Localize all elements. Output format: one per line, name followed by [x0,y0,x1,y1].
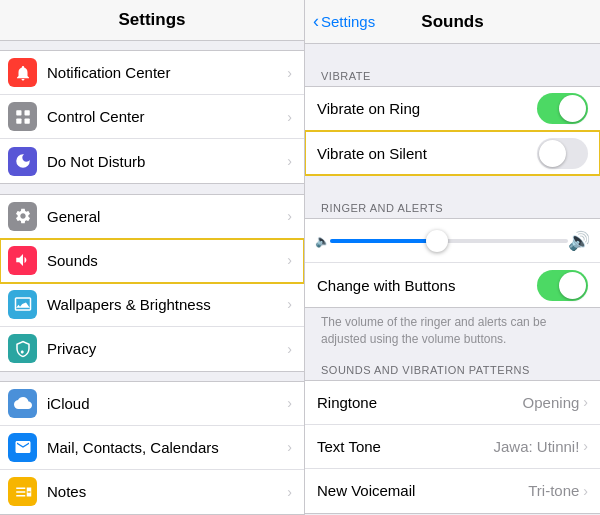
general-label: General [47,208,283,225]
chevron-icon: › [287,208,292,224]
ringtone-value: Opening [523,394,580,411]
svg-rect-2 [16,118,21,123]
left-header: Settings [0,0,304,41]
general-icon [8,202,37,231]
ringtone-label: Ringtone [317,394,523,411]
chevron-icon: › [287,484,292,500]
privacy-icon [8,334,37,363]
settings-title: Settings [118,10,185,30]
sounds-icon [8,246,37,275]
svg-rect-0 [16,110,21,115]
sidebar-item-notes[interactable]: Notes › [0,470,304,514]
chevron-icon: › [287,296,292,312]
sidebar-item-icloud[interactable]: iCloud › [0,382,304,426]
wallpaper-icon [8,290,37,319]
vibrate-section-header: VIBRATE [305,62,600,86]
ringtone-item[interactable]: Ringtone Opening › [305,381,600,425]
do-not-disturb-label: Do Not Disturb [47,153,283,170]
settings-group-2: General › Sounds › Wallpapers & Brightne… [0,194,304,372]
slider-fill [330,239,437,243]
vibrate-on-ring-item[interactable]: Vibrate on Ring [305,87,600,131]
icloud-icon [8,389,37,418]
sidebar-item-privacy[interactable]: Privacy › [0,327,304,371]
notification-icon [8,58,37,87]
sidebar-item-wallpapers[interactable]: Wallpapers & Brightness › [0,283,304,327]
volume-low-icon: 🔈 [315,234,330,248]
chevron-icon: › [287,341,292,357]
new-voicemail-label: New Voicemail [317,482,528,499]
notes-label: Notes [47,483,283,500]
sidebar-item-general[interactable]: General › [0,195,304,239]
change-buttons-label: Change with Buttons [317,277,537,294]
change-buttons-toggle[interactable] [537,270,588,301]
right-panel: ‹ Settings Sounds VIBRATE Vibrate on Rin… [305,0,600,515]
mail-icon [8,433,37,462]
toggle-thumb [539,140,566,167]
notes-icon [8,477,37,506]
sounds-label: Sounds [47,252,283,269]
sounds-page-title: Sounds [421,12,483,32]
chevron-icon: › [287,65,292,81]
svg-rect-3 [24,118,29,123]
chevron-icon: › [287,109,292,125]
sounds-patterns-section-header: SOUNDS AND VIBRATION PATTERNS [305,356,600,380]
text-tone-item[interactable]: Text Tone Jawa: Utinni! › [305,425,600,469]
privacy-label: Privacy [47,340,283,357]
sidebar-item-control-center[interactable]: Control Center › [0,95,304,139]
new-voicemail-item[interactable]: New Voicemail Tri-tone › [305,469,600,513]
volume-slider-track[interactable] [330,239,568,243]
text-tone-value: Jawa: Utinni! [493,438,579,455]
new-voicemail-value: Tri-tone [528,482,579,499]
sidebar-item-do-not-disturb[interactable]: Do Not Disturb › [0,139,304,183]
back-chevron-icon: ‹ [313,11,319,32]
notification-center-label: Notification Center [47,64,283,81]
left-panel: Settings Notification Center › Control C… [0,0,305,515]
chevron-icon: › [287,395,292,411]
ringer-description: The volume of the ringer and alerts can … [305,308,600,356]
vibrate-ring-toggle[interactable] [537,93,588,124]
volume-high-icon: 🔊 [568,230,590,252]
mail-label: Mail, Contacts, Calendars [47,439,283,456]
chevron-icon: › [287,439,292,455]
text-tone-label: Text Tone [317,438,493,455]
text-tone-chevron-icon: › [583,438,588,454]
slider-thumb [426,230,448,252]
sidebar-item-notification-center[interactable]: Notification Center › [0,51,304,95]
right-header: ‹ Settings Sounds [305,0,600,44]
wallpapers-label: Wallpapers & Brightness [47,296,283,313]
vibrate-silent-label: Vibrate on Silent [317,145,537,162]
change-with-buttons-item[interactable]: Change with Buttons [305,263,600,307]
chevron-icon: › [287,153,292,169]
settings-group-3: iCloud › Mail, Contacts, Calendars › Not… [0,381,304,515]
icloud-label: iCloud [47,395,283,412]
vibrate-group: Vibrate on Ring Vibrate on Silent [305,86,600,176]
back-label: Settings [321,13,375,30]
control-center-label: Control Center [47,108,283,125]
control-center-icon [8,102,37,131]
ringtone-chevron-icon: › [583,394,588,410]
vibrate-silent-toggle[interactable] [537,138,588,169]
toggle-thumb [559,95,586,122]
ringer-section-header: RINGER AND ALERTS [305,194,600,218]
ringer-group: 🔈 🔊 Change with Buttons [305,218,600,308]
vibrate-on-silent-item[interactable]: Vibrate on Silent [305,131,600,175]
sidebar-item-mail[interactable]: Mail, Contacts, Calendars › [0,426,304,470]
back-button[interactable]: ‹ Settings [313,11,375,32]
new-voicemail-chevron-icon: › [583,483,588,499]
chevron-icon: › [287,252,292,268]
sounds-patterns-group: Ringtone Opening › Text Tone Jawa: Utinn… [305,380,600,514]
do-not-disturb-icon [8,147,37,176]
settings-group-1: Notification Center › Control Center › D… [0,50,304,184]
vibrate-ring-label: Vibrate on Ring [317,100,537,117]
sidebar-item-sounds[interactable]: Sounds › [0,239,304,283]
toggle-thumb [559,272,586,299]
svg-rect-1 [24,110,29,115]
volume-slider-item: 🔈 🔊 [305,219,600,263]
